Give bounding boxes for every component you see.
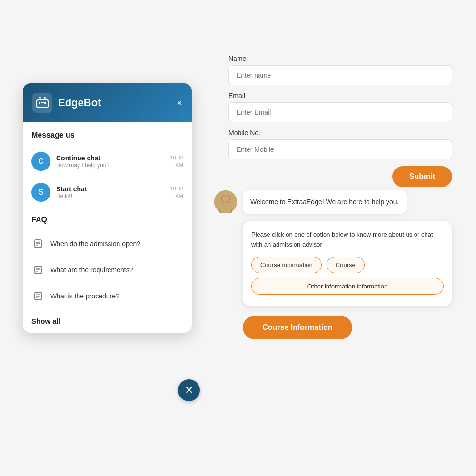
name-label: Name bbox=[228, 55, 452, 62]
faq-text-2: What are the requirements? bbox=[50, 266, 133, 274]
edgebot-close-button[interactable]: × bbox=[177, 98, 182, 108]
mobile-label: Mobile No. bbox=[228, 129, 452, 137]
svg-point-6 bbox=[39, 97, 41, 99]
welcome-bubble: Welcome to ExtraaEdge! We are here to he… bbox=[243, 190, 407, 214]
mobile-input[interactable] bbox=[228, 139, 452, 159]
welcome-message-row: Welcome to ExtraaEdge! We are here to he… bbox=[214, 190, 457, 214]
options-prompt-text: Please click on one of option below to k… bbox=[251, 230, 444, 250]
submit-button[interactable]: Submit bbox=[392, 166, 452, 187]
chat-avatar-c: C bbox=[31, 152, 50, 171]
chat-name-start: Start chat bbox=[56, 185, 164, 193]
name-input[interactable] bbox=[228, 65, 452, 85]
edgebot-title: EdgeBot bbox=[58, 97, 101, 109]
email-label: Email bbox=[228, 92, 452, 99]
email-input[interactable] bbox=[228, 102, 452, 122]
svg-rect-1 bbox=[39, 102, 40, 104]
chat-info-continue: Continue chat How may I help you? bbox=[56, 154, 164, 169]
email-form-group: Email bbox=[228, 92, 452, 122]
close-circle-button[interactable]: ✕ bbox=[178, 379, 200, 401]
svg-rect-3 bbox=[41, 102, 44, 103]
message-us-section: Message us C Continue chat How may I hel… bbox=[23, 122, 192, 208]
welcome-text: Welcome to ExtraaEdge! We are here to he… bbox=[250, 198, 399, 206]
chat-item-start[interactable]: S Start chat Hello!! 10:00AM bbox=[31, 177, 183, 208]
edgebot-panel: EdgeBot × Message us C Continue chat How… bbox=[23, 83, 192, 333]
faq-doc-icon-1 bbox=[31, 237, 45, 250]
option-course-information[interactable]: Course information bbox=[251, 257, 322, 273]
edgebot-logo-icon bbox=[32, 93, 52, 113]
edgebot-header: EdgeBot × bbox=[23, 83, 192, 122]
faq-title: FAQ bbox=[31, 216, 183, 224]
faq-item-1[interactable]: When do the admission open? bbox=[31, 231, 183, 257]
show-all-button[interactable]: Show all bbox=[23, 309, 192, 333]
options-row-2: Other information information bbox=[251, 278, 444, 295]
contact-form-panel: Name Email Mobile No. Submit bbox=[228, 55, 452, 187]
chat-name-continue: Continue chat bbox=[56, 154, 164, 162]
chat-item-continue[interactable]: C Continue chat How may I help you? 10:0… bbox=[31, 146, 183, 177]
svg-rect-2 bbox=[44, 102, 46, 104]
edgebot-header-left: EdgeBot bbox=[32, 93, 101, 113]
svg-point-7 bbox=[44, 97, 46, 99]
svg-rect-0 bbox=[37, 100, 48, 108]
option-other-information[interactable]: Other information information bbox=[251, 278, 444, 295]
chat-time-continue: 10:00AM bbox=[170, 154, 183, 169]
options-bubble: Please click on one of option below to k… bbox=[243, 221, 452, 306]
bot-avatar bbox=[214, 190, 237, 213]
mobile-form-group: Mobile No. bbox=[228, 129, 452, 159]
close-circle-icon: ✕ bbox=[185, 385, 193, 396]
chat-time-start: 10:00AM bbox=[170, 185, 183, 200]
option-course[interactable]: Course bbox=[327, 257, 365, 273]
faq-doc-icon-3 bbox=[31, 289, 45, 303]
chat-info-start: Start chat Hello!! bbox=[56, 185, 164, 199]
chat-preview-continue: How may I help you? bbox=[56, 162, 164, 169]
svg-point-23 bbox=[222, 195, 229, 203]
faq-doc-icon-2 bbox=[31, 263, 45, 277]
chat-avatar-s: S bbox=[31, 183, 50, 202]
faq-item-3[interactable]: What is the procedure? bbox=[31, 283, 183, 309]
message-us-title: Message us bbox=[31, 131, 183, 139]
name-form-group: Name bbox=[228, 55, 452, 85]
faq-item-2[interactable]: What are the requirements? bbox=[31, 257, 183, 283]
course-info-button[interactable]: Course Information bbox=[243, 316, 352, 339]
chat-preview-start: Hello!! bbox=[56, 193, 164, 199]
faq-section: FAQ When do the admission open? bbox=[23, 208, 192, 309]
faq-text-3: What is the procedure? bbox=[50, 292, 119, 300]
faq-text-1: When do the admission open? bbox=[50, 240, 140, 248]
chatbot-area: Welcome to ExtraaEdge! We are here to he… bbox=[214, 190, 457, 339]
options-row-1: Course information Course bbox=[251, 257, 444, 273]
